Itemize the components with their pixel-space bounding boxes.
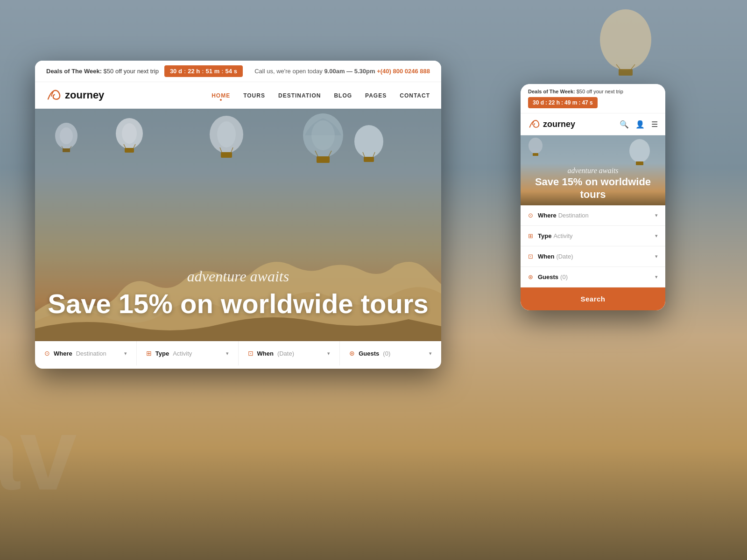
desktop-logo[interactable]: zourney: [46, 89, 104, 102]
mobile-search-button[interactable]: Search: [521, 287, 665, 310]
hero-balloon-2: [114, 118, 145, 158]
guests-value: (0): [383, 350, 390, 357]
svg-point-5: [60, 127, 73, 144]
desktop-nav: zourney HOME TOURS DESTINATION BLOG PAGE…: [35, 82, 441, 109]
calendar-icon: ⊡: [248, 350, 254, 357]
hero-section: adventure awaits Save 15% on worldwide t…: [35, 109, 441, 365]
mobile-hero: adventure awaits Save 15% on worldwide t…: [521, 135, 665, 205]
bg-balloon-1: [598, 9, 654, 81]
guests-icon: ⊛: [349, 350, 355, 357]
when-label: When: [257, 350, 274, 357]
mobile-nav-icons: 🔍 👤 ☰: [620, 120, 658, 129]
svg-point-30: [529, 138, 543, 154]
where-chevron: ▾: [124, 350, 127, 357]
svg-rect-16: [221, 152, 232, 158]
mobile-countdown-hours: 22 h: [549, 99, 560, 106]
mobile-when-row[interactable]: ⊡ When (Date) ▾: [521, 246, 665, 267]
mobile-logo-text: zourney: [543, 119, 575, 129]
hero-balloon-5: [352, 125, 385, 168]
svg-point-10: [122, 123, 137, 144]
mobile-type-value: Activity: [553, 232, 572, 239]
mobile-type-label: Type: [538, 232, 551, 239]
hero-subtitle: adventure awaits: [35, 268, 441, 285]
mobile-search-panel: ⊙ Where Destination ▾ ⊞ Type Activity ▾ …: [521, 205, 665, 310]
guests-chevron: ▾: [429, 350, 432, 357]
mobile-guests-row[interactable]: ⊛ Guests (0) ▾: [521, 267, 665, 287]
mobile-where-chevron: ▾: [655, 212, 658, 218]
mobile-location-icon: ⊙: [528, 212, 533, 219]
countdown-timer: 30 d : 22 h : 51 m : 54 s: [164, 65, 243, 77]
hero-title: Save 15% on worldwide tours: [35, 289, 441, 319]
mobile-window: Deals of The Week: $50 off your next tri…: [521, 84, 665, 310]
type-field[interactable]: ⊞ Type Activity ▾: [137, 341, 239, 365]
nav-item-destination[interactable]: DESTINATION: [278, 91, 321, 99]
mobile-when-label: When: [538, 253, 554, 260]
mobile-where-value: Destination: [558, 212, 589, 219]
svg-point-15: [217, 121, 236, 147]
guests-label: Guests: [359, 350, 379, 357]
svg-point-20: [311, 120, 335, 150]
mobile-countdown-minutes: 49 m: [564, 99, 577, 106]
mobile-guests-icon: ⊛: [528, 273, 533, 280]
nav-item-contact[interactable]: CONTACT: [400, 91, 430, 99]
svg-rect-21: [317, 156, 330, 163]
hero-balloon-3: [208, 116, 245, 164]
countdown-minutes: 51 m: [206, 68, 220, 75]
when-value: (Date): [277, 350, 294, 357]
nav-item-pages[interactable]: PAGES: [365, 91, 387, 99]
mobile-menu-icon[interactable]: ☰: [651, 120, 658, 129]
mobile-countdown: 30 d : 22 h : 49 m : 47 s: [528, 97, 598, 108]
when-chevron: ▾: [327, 350, 330, 357]
nav-item-tours[interactable]: TOURS: [243, 91, 265, 99]
mobile-guests-value: (0): [560, 273, 568, 280]
mobile-topbar: Deals of The Week: $50 off your next tri…: [521, 84, 665, 113]
mobile-guests-chevron: ▾: [655, 274, 658, 280]
mobile-deals-text: Deals of The Week: $50 off your next tri…: [528, 89, 658, 94]
desktop-window: Deals of The Week: $50 off your next tri…: [35, 61, 441, 369]
mobile-hero-title: Save 15% on worldwide tours: [528, 176, 658, 201]
logo-icon: [46, 89, 61, 102]
mobile-where-row[interactable]: ⊙ Where Destination ▾: [521, 205, 665, 226]
nav-item-home[interactable]: HOME: [211, 91, 230, 99]
location-icon: ⊙: [44, 350, 50, 357]
hero-content: adventure awaits Save 15% on worldwide t…: [35, 268, 441, 319]
when-field[interactable]: ⊡ When (Date) ▾: [239, 341, 340, 365]
svg-point-28: [629, 139, 650, 162]
mobile-search-icon[interactable]: 🔍: [620, 120, 629, 129]
desktop-topbar: Deals of The Week: $50 off your next tri…: [35, 61, 441, 82]
where-label: Where: [54, 350, 72, 357]
topbar-left: Deals of The Week: $50 off your next tri…: [46, 65, 243, 77]
svg-point-24: [354, 125, 383, 158]
phone-number: +(40) 800 0246 888: [377, 68, 430, 75]
mobile-when-chevron: ▾: [655, 253, 658, 259]
mobile-guests-label: Guests: [538, 273, 558, 280]
svg-point-0: [600, 9, 651, 70]
where-field[interactable]: ⊙ Where Destination ▾: [35, 341, 137, 365]
type-value: Activity: [173, 350, 192, 357]
svg-rect-11: [125, 148, 134, 153]
mobile-calendar-icon: ⊡: [528, 253, 533, 260]
mobile-when-value: (Date): [556, 253, 573, 260]
mobile-balloon-2: [528, 138, 544, 160]
mobile-type-row[interactable]: ⊞ Type Activity ▾: [521, 226, 665, 246]
mobile-type-chevron: ▾: [655, 233, 658, 239]
mobile-hero-content: adventure awaits Save 15% on worldwide t…: [521, 167, 665, 201]
hero-balloon-1: [54, 123, 79, 157]
topbar-right: Call us, we're open today 9.00am — 5.30p…: [254, 68, 430, 75]
mobile-countdown-days: 30 d: [533, 99, 544, 106]
svg-rect-1: [619, 69, 633, 76]
guests-field[interactable]: ⊛ Guests (0) ▾: [340, 341, 441, 365]
hero-balloon-4: [301, 113, 345, 170]
mobile-user-icon[interactable]: 👤: [635, 120, 645, 129]
countdown-days: 30 d: [170, 68, 182, 75]
mobile-balloon-1: [628, 139, 651, 170]
nav-item-blog[interactable]: BLOG: [334, 91, 352, 99]
mobile-nav: zourney 🔍 👤 ☰: [521, 113, 665, 135]
svg-rect-6: [63, 148, 70, 152]
countdown-seconds: 54 s: [226, 68, 237, 75]
type-chevron: ▾: [226, 350, 229, 357]
mobile-logo[interactable]: zourney: [528, 119, 575, 129]
svg-rect-31: [533, 153, 538, 156]
svg-rect-29: [636, 161, 643, 165]
mobile-countdown-seconds: 47 s: [582, 99, 592, 106]
